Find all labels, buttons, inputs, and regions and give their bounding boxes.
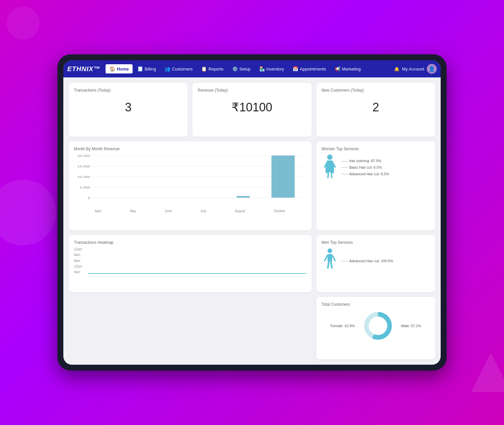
svg-line-13 [328,172,329,178]
heatmap-grid [88,247,306,274]
customers-icon: 👥 [165,66,170,71]
nav-item-inventory-label: Inventory [267,67,284,71]
nav-item-billing-label: Billing [144,67,156,71]
transactions-title: Transactions (Today) [74,88,182,93]
bar-october [271,156,295,198]
account-label[interactable]: My Account [402,67,424,71]
donut-area: Female: 42.9% Male: 57.1% [322,309,430,342]
heatmap-label-4pm: 4pm [74,270,85,274]
deco-circle-top [7,7,40,40]
women-service-1: hair coloring: 87.0% [341,158,389,164]
women-services-card: Women Top Services [316,141,435,230]
revenue-chart-svg: 20,000 15,000 10,000 5,000 0 [74,154,306,207]
nav-item-appointments[interactable]: 📅 Appointments [289,64,330,73]
logo: ETHNIX™ [67,65,100,73]
home-icon: 🏠 [110,66,115,71]
nav-items: 🏠 Home 🧾 Billing 👥 Customers 📋 Reports ⚙… [106,64,394,73]
tablet-device: ETHNIX™ 🏠 Home 🧾 Billing 👥 Customers 📋 R… [57,54,447,371]
revenue-title: Revenue (Today) [198,88,306,93]
svg-rect-16 [328,254,332,261]
label-june: June [165,209,172,213]
nav-item-billing[interactable]: 🧾 Billing [133,64,160,73]
nav-item-setup-label: Setup [239,67,251,71]
deco-circle-left [0,180,56,245]
svg-point-10 [327,155,332,160]
male-label: Male: 57.1% [401,324,421,328]
main-content: Transactions (Today) 3 Revenue (Today) ₹… [63,77,441,365]
new-customers-card: New Customers (Today) 2 [316,83,435,137]
heatmap-label-4am: 4am [74,253,85,257]
women-services-list: hair coloring: 87.0% Basic Hair cut: 6.5… [341,158,389,177]
total-customers-card: Total Customers Female: 42.9% Male [316,297,435,359]
women-service-2: Basic Hair cut: 6.5% [341,164,389,171]
marketing-icon: 📢 [335,66,340,71]
appointments-icon: 📅 [293,66,298,71]
notification-icon[interactable]: 🔔 [394,67,399,71]
svg-line-17 [325,255,328,261]
svg-text:10,000: 10,000 [78,175,90,179]
chart-x-labels: April May June July August October [74,209,306,213]
svg-point-15 [328,248,332,253]
total-customers-title: Total Customers [322,302,430,307]
men-services-card: Men Top Services [316,235,435,292]
svg-text:15,000: 15,000 [78,165,90,168]
nav-item-customers[interactable]: 👥 Customers [161,64,197,73]
heatmap-title: Transactions Heatmap [74,240,306,245]
men-services-title: Men Top Services [322,240,430,245]
bar-august [236,196,249,198]
tablet-screen: ETHNIX™ 🏠 Home 🧾 Billing 👥 Customers 📋 R… [63,60,441,365]
transactions-value: 3 [74,95,182,120]
heatmap-card: Transactions Heatmap 12am 4am 8am 12pm 4… [69,235,312,292]
deco-triangle-right [471,353,504,392]
new-customers-title: New Customers (Today) [322,88,430,93]
female-label: Female: 42.9% [331,324,355,328]
svg-line-19 [328,261,329,268]
nav-item-marketing-label: Marketing [342,67,361,71]
nav-item-marketing[interactable]: 📢 Marketing [331,64,365,73]
revenue-chart-card: Month By Month Revenue 20,000 15,000 10,… [69,141,312,230]
svg-line-20 [331,261,332,268]
heatmap-content: 12am 4am 8am 12pm 4pm [74,247,306,274]
reports-icon: 📋 [201,66,207,71]
revenue-card: Revenue (Today) ₹10100 [192,83,311,137]
navbar: ETHNIX™ 🏠 Home 🧾 Billing 👥 Customers 📋 R… [63,60,441,77]
nav-item-reports-label: Reports [208,67,224,71]
svg-line-18 [332,255,335,261]
men-services-content: Advanced Hair cut: 100.0% [322,247,430,275]
svg-text:20,000: 20,000 [78,154,90,157]
heatmap-label-12pm: 12pm [74,265,85,268]
nav-item-home-label: Home [117,67,129,71]
svg-text:0: 0 [88,196,90,200]
heatmap-ylabels: 12am 4am 8am 12pm 4pm [74,247,85,274]
nav-right: 🔔 My Account 👤 [394,64,437,74]
men-services-list: Advanced Hair cut: 100.0% [341,258,393,265]
nav-item-customers-label: Customers [172,67,193,71]
nav-item-home[interactable]: 🏠 Home [106,64,133,73]
avatar[interactable]: 👤 [427,64,437,74]
nav-item-setup[interactable]: ⚙️ Setup [228,64,255,73]
setup-icon: ⚙️ [232,66,238,71]
new-customers-value: 2 [322,95,430,120]
svg-line-14 [331,172,332,178]
donut-labels-left: Female: 42.9% [331,324,355,328]
women-service-3: Advanced Hair cut: 6.5% [341,171,389,178]
women-services-content: hair coloring: 87.0% Basic Hair cut: 6.5… [322,154,430,182]
label-august: August [235,209,245,213]
inventory-icon: 🏪 [259,66,265,71]
label-may: May [130,209,136,213]
label-april: April [95,209,101,213]
nav-item-inventory[interactable]: 🏪 Inventory [255,64,288,73]
svg-text:5,000: 5,000 [80,186,90,189]
man-figure-icon [322,247,338,275]
nav-item-reports[interactable]: 📋 Reports [197,64,228,73]
billing-icon: 🧾 [137,66,143,71]
svg-point-23 [371,319,385,333]
heatmap-label-12am: 12am [74,247,85,251]
donut-chart [362,309,394,342]
revenue-chart-area: 20,000 15,000 10,000 5,000 0 [74,154,306,213]
donut-labels-right: Male: 57.1% [401,324,421,328]
nav-item-appointments-label: Appointments [300,67,326,71]
label-july: July [201,209,206,213]
men-service-1: Advanced Hair cut: 100.0% [341,258,393,265]
revenue-chart-title: Month By Month Revenue [74,147,306,151]
